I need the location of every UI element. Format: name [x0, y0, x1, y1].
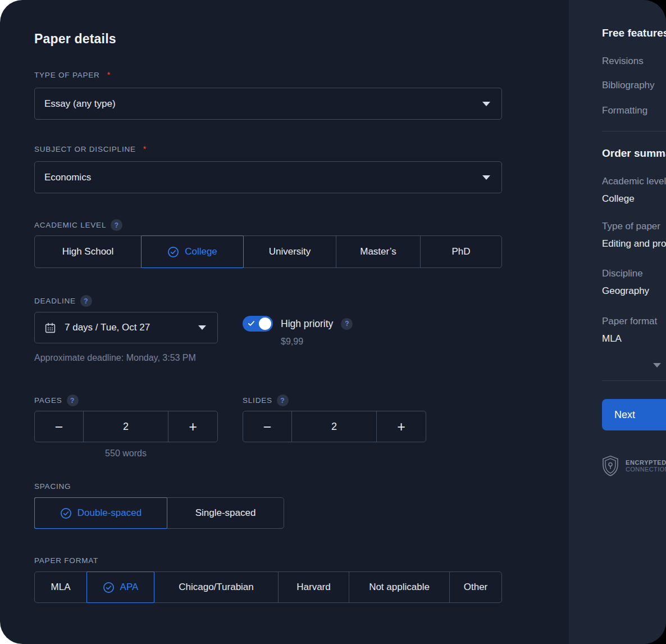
summary-row-label: Academic level: [602, 176, 666, 187]
academic-level-segmented: High School College University Master’s …: [34, 235, 502, 268]
free-feature-item: Bibliography: [602, 80, 655, 91]
calendar-icon: [44, 322, 56, 334]
check-icon: [248, 320, 255, 327]
type-of-paper-value: Essay (any type): [44, 98, 482, 110]
slides-increment-button[interactable]: +: [377, 411, 426, 442]
encrypted-connection-text: ENCRYPTED CONNECTION: [626, 459, 666, 473]
help-icon[interactable]: ?: [341, 318, 353, 330]
encrypted-connection-badge: ENCRYPTED CONNECTION: [602, 455, 666, 477]
academic-level-option-college[interactable]: College: [142, 236, 244, 267]
sidebar-divider: [602, 380, 666, 381]
spacing-option-single[interactable]: Single-spaced: [167, 498, 284, 528]
paper-format-option-mla[interactable]: MLA: [35, 572, 87, 602]
pages-increment-button[interactable]: +: [168, 411, 217, 442]
required-asterisk: *: [107, 70, 111, 79]
type-of-paper-select[interactable]: Essay (any type): [34, 88, 502, 120]
slides-value: 2: [291, 411, 377, 442]
paper-format-option-chicago[interactable]: Chicago/Turabian: [154, 572, 279, 602]
summary-row-label: Type of paper: [602, 221, 660, 232]
help-icon[interactable]: ?: [67, 394, 79, 406]
order-summary-title: Order summary: [602, 147, 666, 160]
check-circle-icon: [103, 582, 115, 593]
order-form-screen: Paper details TYPE OF PAPER* Essay (any …: [0, 0, 666, 644]
pages-value: 2: [83, 411, 168, 442]
free-features-title: Free features: [602, 27, 666, 39]
summary-row-label: Paper format: [602, 316, 657, 327]
help-icon[interactable]: ?: [80, 295, 92, 307]
next-button[interactable]: Next: [602, 399, 666, 430]
slides-stepper: − 2 +: [243, 411, 426, 442]
high-priority-label: High priority: [281, 318, 333, 330]
check-circle-icon: [60, 507, 72, 519]
slides-decrement-button[interactable]: −: [243, 411, 291, 442]
subject-label: SUBJECT OR DISCIPLINE*: [34, 144, 147, 153]
sidebar-divider: [602, 131, 666, 131]
help-icon[interactable]: ?: [277, 394, 289, 406]
chevron-down-icon[interactable]: [653, 363, 661, 368]
summary-row-label: Discipline: [602, 268, 643, 279]
pages-decrement-button[interactable]: −: [35, 411, 83, 442]
free-feature-item: Revisions: [602, 56, 644, 67]
paper-format-option-not-applicable[interactable]: Not applicable: [349, 572, 450, 602]
spacing-option-double[interactable]: Double-spaced: [35, 498, 167, 528]
chevron-down-icon: [482, 175, 490, 180]
pages-label: PAGES ?: [34, 394, 79, 406]
chevron-down-icon: [198, 325, 206, 330]
academic-level-option-university[interactable]: University: [244, 236, 336, 267]
summary-row-value: Editing and proofreading: [602, 238, 666, 250]
paper-format-label: PAPER FORMAT: [34, 556, 98, 565]
paper-format-option-apa[interactable]: APA: [87, 572, 154, 602]
high-priority-row: High priority ?: [243, 316, 353, 332]
pages-stepper: − 2 +: [34, 411, 218, 442]
spacing-segmented: Double-spaced Single-spaced: [34, 497, 284, 529]
paper-format-segmented: MLA APA Chicago/Turabian Harvard Not app…: [34, 572, 502, 603]
help-icon[interactable]: ?: [111, 219, 122, 231]
summary-row-value: College: [602, 193, 635, 205]
summary-row-value: MLA: [602, 333, 622, 344]
subject-select[interactable]: Economics: [34, 161, 502, 193]
check-circle-icon: [167, 246, 179, 258]
deadline-note: Approximate deadline: Monday, 3:53 PM: [34, 353, 196, 363]
page-title: Paper details: [34, 31, 116, 47]
academic-level-option-phd[interactable]: PhD: [421, 236, 501, 267]
free-feature-item: Formatting: [602, 105, 647, 116]
paper-format-option-other[interactable]: Other: [450, 572, 501, 602]
paper-format-option-harvard[interactable]: Harvard: [279, 572, 349, 602]
chevron-down-icon: [482, 102, 490, 106]
academic-level-option-masters[interactable]: Master’s: [336, 236, 421, 267]
deadline-select[interactable]: 7 days / Tue, Oct 27: [34, 312, 218, 343]
high-priority-price: $9,99: [281, 337, 303, 347]
pages-words-note: 550 words: [83, 448, 169, 459]
subject-value: Economics: [44, 172, 482, 183]
high-priority-toggle[interactable]: [243, 316, 273, 332]
required-asterisk: *: [143, 144, 147, 153]
academic-level-label: ACADEMIC LEVEL ?: [34, 219, 122, 231]
academic-level-option-high-school[interactable]: High School: [35, 236, 142, 267]
shield-lock-icon: [602, 455, 619, 477]
toggle-knob: [259, 318, 271, 330]
deadline-value: 7 days / Tue, Oct 27: [65, 322, 190, 333]
slides-label: SLIDES ?: [243, 394, 289, 406]
spacing-label: SPACING: [34, 482, 71, 491]
summary-row-value: Geography: [602, 285, 649, 297]
order-sidebar: Free features Revisions Bibliography For…: [569, 0, 666, 644]
type-of-paper-label: TYPE OF PAPER*: [34, 70, 111, 79]
deadline-label: DEADLINE ?: [34, 295, 92, 307]
